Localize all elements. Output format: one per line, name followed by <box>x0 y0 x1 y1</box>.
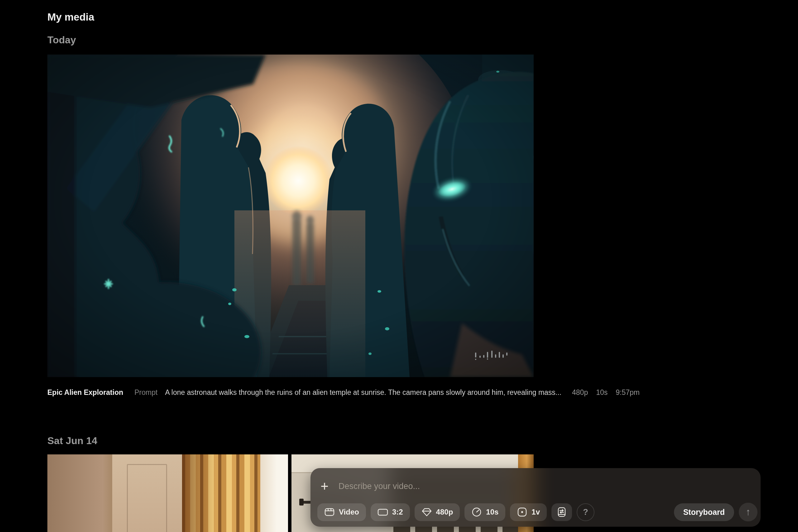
video-duration: 10s <box>596 388 608 397</box>
video-resolution: 480p <box>572 388 588 397</box>
variation-icon <box>517 507 528 517</box>
resolution-button[interactable]: 480p <box>415 503 460 521</box>
storyboard-button[interactable]: Storyboard <box>674 503 734 521</box>
alien-temple-scene <box>48 55 534 377</box>
prompt-label: Prompt <box>134 388 157 397</box>
video-card-epic-alien-exploration[interactable] <box>48 55 534 377</box>
aspect-ratio-label: 3:2 <box>392 508 403 516</box>
preset-card-icon <box>556 507 567 517</box>
media-type-button[interactable]: Video <box>317 503 366 521</box>
video-thumbnail-fox-room[interactable] <box>48 454 288 532</box>
fox-room-door-panel <box>127 464 167 532</box>
composer-input-row: + <box>318 476 751 496</box>
add-media-button[interactable]: + <box>318 479 331 493</box>
composer-bar: + Video 3:2 480p <box>310 468 761 527</box>
submit-button[interactable]: ↑ <box>739 503 758 521</box>
fox-room-window-light <box>260 454 288 532</box>
fox-room-curtain-shade <box>182 454 216 532</box>
media-type-label: Video <box>339 508 359 516</box>
gem-icon <box>421 507 432 517</box>
variations-label: 1v <box>531 508 540 516</box>
aspect-ratio-icon <box>378 507 388 517</box>
prompt-input[interactable] <box>338 481 751 492</box>
help-button[interactable]: ? <box>577 503 594 521</box>
resolution-label: 480p <box>436 508 453 516</box>
video-time: 9:57pm <box>616 388 640 397</box>
variations-button[interactable]: 1v <box>510 503 547 521</box>
video-meta-row: Epic Alien Exploration Prompt A lone ast… <box>48 388 648 397</box>
provider-watermark <box>474 349 520 361</box>
living-room-rod-bracket <box>299 499 304 506</box>
duration-label: 10s <box>486 508 498 516</box>
section-header-sat-jun-14: Sat Jun 14 <box>48 435 97 446</box>
section-header-today: Today <box>48 34 76 46</box>
page-title: My media <box>48 11 94 23</box>
fox-room-wall <box>48 454 112 532</box>
duration-button[interactable]: 10s <box>464 503 505 521</box>
app-root: My media Today <box>0 0 798 532</box>
presets-button[interactable] <box>551 503 572 521</box>
aspect-ratio-button[interactable]: 3:2 <box>370 503 410 521</box>
composer-controls-row: Video 3:2 480p 10s <box>317 503 758 521</box>
video-title: Epic Alien Exploration <box>48 388 123 397</box>
timer-icon <box>471 507 482 517</box>
prompt-text: A lone astronaut walks through the ruins… <box>165 388 562 397</box>
clapperboard-icon <box>324 507 335 517</box>
